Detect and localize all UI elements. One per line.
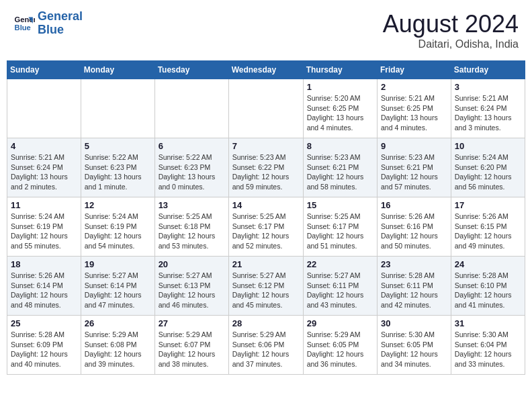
- day-cell: 30Sunrise: 5:30 AM Sunset: 6:05 PM Dayli…: [378, 316, 451, 375]
- day-cell: 21Sunrise: 5:27 AM Sunset: 6:12 PM Dayli…: [228, 257, 303, 316]
- day-number: 22: [307, 259, 373, 269]
- calendar-table: SundayMondayTuesdayWednesdayThursdayFrid…: [7, 60, 525, 375]
- day-info: Sunrise: 5:29 AM Sunset: 6:07 PM Dayligh…: [159, 330, 225, 369]
- day-number: 14: [232, 200, 300, 210]
- day-number: 3: [455, 82, 521, 92]
- day-number: 2: [381, 82, 447, 92]
- day-number: 19: [85, 259, 151, 269]
- weekday-header-tuesday: Tuesday: [154, 61, 228, 79]
- title-block: August 2024 Daitari, Odisha, India: [383, 10, 519, 50]
- day-cell: 3Sunrise: 5:21 AM Sunset: 6:24 PM Daylig…: [451, 79, 525, 138]
- day-info: Sunrise: 5:20 AM Sunset: 6:25 PM Dayligh…: [307, 93, 373, 133]
- day-info: Sunrise: 5:25 AM Sunset: 6:17 PM Dayligh…: [232, 212, 300, 251]
- day-info: Sunrise: 5:26 AM Sunset: 6:14 PM Dayligh…: [11, 271, 77, 310]
- month-title: August 2024: [383, 10, 519, 38]
- day-number: 7: [232, 141, 300, 151]
- day-number: 29: [307, 318, 373, 328]
- day-cell: 6Sunrise: 5:22 AM Sunset: 6:23 PM Daylig…: [154, 138, 228, 197]
- day-cell: 26Sunrise: 5:29 AM Sunset: 6:08 PM Dayli…: [81, 316, 154, 375]
- day-info: Sunrise: 5:22 AM Sunset: 6:23 PM Dayligh…: [159, 152, 225, 192]
- day-cell: [7, 79, 81, 138]
- day-number: 12: [85, 200, 151, 210]
- week-row-2: 4Sunrise: 5:21 AM Sunset: 6:24 PM Daylig…: [7, 138, 525, 197]
- day-cell: 23Sunrise: 5:28 AM Sunset: 6:11 PM Dayli…: [378, 257, 451, 316]
- day-info: Sunrise: 5:21 AM Sunset: 6:25 PM Dayligh…: [381, 93, 447, 133]
- day-info: Sunrise: 5:24 AM Sunset: 6:20 PM Dayligh…: [455, 152, 521, 192]
- day-info: Sunrise: 5:23 AM Sunset: 6:22 PM Dayligh…: [232, 152, 300, 192]
- day-info: Sunrise: 5:28 AM Sunset: 6:10 PM Dayligh…: [455, 271, 521, 310]
- day-info: Sunrise: 5:22 AM Sunset: 6:23 PM Dayligh…: [85, 152, 151, 192]
- page-header: General Blue General Blue August 2024 Da…: [7, 7, 525, 54]
- day-info: Sunrise: 5:27 AM Sunset: 6:12 PM Dayligh…: [232, 271, 300, 310]
- day-info: Sunrise: 5:26 AM Sunset: 6:16 PM Dayligh…: [381, 212, 447, 251]
- day-info: Sunrise: 5:27 AM Sunset: 6:11 PM Dayligh…: [307, 271, 373, 310]
- day-number: 15: [307, 200, 373, 210]
- day-number: 20: [159, 259, 225, 269]
- day-info: Sunrise: 5:23 AM Sunset: 6:21 PM Dayligh…: [307, 152, 373, 192]
- svg-text:Blue: Blue: [15, 23, 31, 31]
- day-cell: [81, 79, 154, 138]
- day-cell: 22Sunrise: 5:27 AM Sunset: 6:11 PM Dayli…: [303, 257, 377, 316]
- day-number: 9: [381, 141, 447, 151]
- day-number: 1: [307, 82, 373, 92]
- day-info: Sunrise: 5:24 AM Sunset: 6:19 PM Dayligh…: [85, 212, 151, 251]
- day-number: 11: [11, 200, 77, 210]
- day-number: 10: [455, 141, 521, 151]
- week-row-3: 11Sunrise: 5:24 AM Sunset: 6:19 PM Dayli…: [7, 197, 525, 257]
- day-info: Sunrise: 5:29 AM Sunset: 6:05 PM Dayligh…: [307, 330, 373, 369]
- day-info: Sunrise: 5:27 AM Sunset: 6:13 PM Dayligh…: [159, 271, 225, 310]
- day-cell: 27Sunrise: 5:29 AM Sunset: 6:07 PM Dayli…: [154, 316, 228, 375]
- day-info: Sunrise: 5:29 AM Sunset: 6:08 PM Dayligh…: [85, 330, 151, 369]
- day-number: 13: [159, 200, 225, 210]
- day-cell: 18Sunrise: 5:26 AM Sunset: 6:14 PM Dayli…: [7, 257, 81, 316]
- weekday-header-friday: Friday: [378, 61, 451, 79]
- day-number: 31: [455, 318, 521, 328]
- day-number: 28: [232, 318, 300, 328]
- day-cell: 15Sunrise: 5:25 AM Sunset: 6:17 PM Dayli…: [303, 197, 377, 257]
- day-number: 27: [159, 318, 225, 328]
- day-info: Sunrise: 5:24 AM Sunset: 6:19 PM Dayligh…: [11, 212, 77, 251]
- day-info: Sunrise: 5:21 AM Sunset: 6:24 PM Dayligh…: [11, 152, 77, 192]
- day-cell: 20Sunrise: 5:27 AM Sunset: 6:13 PM Dayli…: [154, 257, 228, 316]
- weekday-header-thursday: Thursday: [303, 61, 377, 79]
- logo-general: General: [38, 10, 83, 24]
- day-info: Sunrise: 5:30 AM Sunset: 6:04 PM Dayligh…: [455, 330, 521, 369]
- day-cell: 5Sunrise: 5:22 AM Sunset: 6:23 PM Daylig…: [81, 138, 154, 197]
- location-subtitle: Daitari, Odisha, India: [383, 38, 519, 50]
- day-info: Sunrise: 5:28 AM Sunset: 6:09 PM Dayligh…: [11, 330, 77, 369]
- day-info: Sunrise: 5:30 AM Sunset: 6:05 PM Dayligh…: [381, 330, 447, 369]
- day-cell: 24Sunrise: 5:28 AM Sunset: 6:10 PM Dayli…: [451, 257, 525, 316]
- week-row-4: 18Sunrise: 5:26 AM Sunset: 6:14 PM Dayli…: [7, 257, 525, 316]
- day-cell: 7Sunrise: 5:23 AM Sunset: 6:22 PM Daylig…: [228, 138, 303, 197]
- logo-blue: Blue: [38, 24, 83, 37]
- day-cell: 8Sunrise: 5:23 AM Sunset: 6:21 PM Daylig…: [303, 138, 377, 197]
- day-number: 17: [455, 200, 521, 210]
- day-info: Sunrise: 5:28 AM Sunset: 6:11 PM Dayligh…: [381, 271, 447, 310]
- day-cell: 11Sunrise: 5:24 AM Sunset: 6:19 PM Dayli…: [7, 197, 81, 257]
- day-cell: 2Sunrise: 5:21 AM Sunset: 6:25 PM Daylig…: [378, 79, 451, 138]
- day-cell: 4Sunrise: 5:21 AM Sunset: 6:24 PM Daylig…: [7, 138, 81, 197]
- day-number: 25: [11, 318, 77, 328]
- day-info: Sunrise: 5:25 AM Sunset: 6:17 PM Dayligh…: [307, 212, 373, 251]
- day-number: 24: [455, 259, 521, 269]
- day-number: 4: [11, 141, 77, 151]
- day-info: Sunrise: 5:21 AM Sunset: 6:24 PM Dayligh…: [455, 93, 521, 133]
- weekday-header-saturday: Saturday: [451, 61, 525, 79]
- day-cell: 31Sunrise: 5:30 AM Sunset: 6:04 PM Dayli…: [451, 316, 525, 375]
- day-cell: 17Sunrise: 5:26 AM Sunset: 6:15 PM Dayli…: [451, 197, 525, 257]
- day-cell: [228, 79, 303, 138]
- day-cell: 29Sunrise: 5:29 AM Sunset: 6:05 PM Dayli…: [303, 316, 377, 375]
- day-cell: 9Sunrise: 5:23 AM Sunset: 6:21 PM Daylig…: [378, 138, 451, 197]
- day-info: Sunrise: 5:25 AM Sunset: 6:18 PM Dayligh…: [159, 212, 225, 251]
- weekday-header-row: SundayMondayTuesdayWednesdayThursdayFrid…: [7, 61, 525, 79]
- day-cell: 1Sunrise: 5:20 AM Sunset: 6:25 PM Daylig…: [303, 79, 377, 138]
- day-cell: 16Sunrise: 5:26 AM Sunset: 6:16 PM Dayli…: [378, 197, 451, 257]
- day-number: 5: [85, 141, 151, 151]
- day-cell: 10Sunrise: 5:24 AM Sunset: 6:20 PM Dayli…: [451, 138, 525, 197]
- day-info: Sunrise: 5:29 AM Sunset: 6:06 PM Dayligh…: [232, 330, 300, 369]
- day-number: 8: [307, 141, 373, 151]
- day-cell: 19Sunrise: 5:27 AM Sunset: 6:14 PM Dayli…: [81, 257, 154, 316]
- week-row-1: 1Sunrise: 5:20 AM Sunset: 6:25 PM Daylig…: [7, 79, 525, 138]
- day-info: Sunrise: 5:27 AM Sunset: 6:14 PM Dayligh…: [85, 271, 151, 310]
- logo-icon: General Blue: [13, 13, 35, 34]
